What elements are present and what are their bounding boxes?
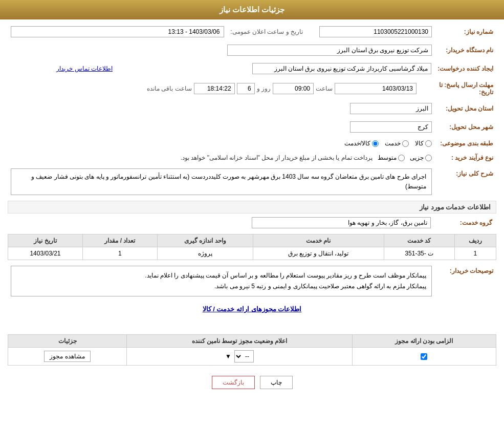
permit-status-cell: -- ▼ xyxy=(127,348,353,366)
requester-input[interactable] xyxy=(252,63,431,74)
print-button[interactable]: چاپ xyxy=(260,376,293,389)
col-unit: واحد اندازه گیری xyxy=(157,234,253,247)
back-button[interactable]: بازگشت xyxy=(212,376,255,389)
permit-col-required: الزامی بودن ارائه مجوز xyxy=(352,335,496,348)
category-kala[interactable]: کالا xyxy=(415,140,432,147)
cell-service-code: ت -35-351 xyxy=(384,247,454,260)
permit-col-details: جزئیات xyxy=(8,335,127,348)
cell-date: 1403/03/21 xyxy=(8,247,83,260)
permit-status-select[interactable]: -- xyxy=(234,350,254,362)
process-note: پرداخت تمام یا بخشی از مبلغ خریدار از مح… xyxy=(181,154,372,161)
need-number-input[interactable] xyxy=(319,26,432,37)
view-permit-button[interactable]: مشاهده مجوز xyxy=(44,351,90,362)
process-jozee[interactable]: جزیی xyxy=(410,154,432,161)
col-service-code: کد خدمت xyxy=(384,234,454,247)
table-row: 1 ت -35-351 تولید، انتقال و توزیع برق پر… xyxy=(8,247,496,260)
category-khedmat[interactable]: خدمت xyxy=(385,140,409,147)
time-label: ساعت xyxy=(316,85,333,92)
page-header: جزئیات اطلاعات نیاز xyxy=(0,0,504,19)
deadline-time-input[interactable] xyxy=(273,83,314,94)
col-row-num: ردیف xyxy=(454,234,496,247)
need-number-label: شماره نیاز: xyxy=(435,25,496,39)
deadline-days-input[interactable] xyxy=(237,83,255,94)
category-label: طبقه بندی موضوعی: xyxy=(435,138,496,148)
col-date: تاریخ نیاز xyxy=(8,234,83,247)
footer-buttons: چاپ بازگشت xyxy=(8,376,496,389)
city-label: شهر محل تحویل: xyxy=(435,120,496,134)
category-kala-khedmat[interactable]: کالا/خدمت xyxy=(344,140,379,147)
remaining-label: ساعت باقی مانده xyxy=(147,85,192,92)
process-motavasset[interactable]: متوسط xyxy=(378,154,405,161)
buyer-name-input[interactable] xyxy=(227,45,432,56)
announce-date-value: 1403/03/06 - 13:13 xyxy=(11,26,224,37)
col-service-name: نام خدمت xyxy=(253,234,384,247)
deadline-date-input[interactable] xyxy=(335,83,417,94)
province-label: استان محل تحویل: xyxy=(435,101,496,116)
buyer-notes-box: پیمانکار موظف است طرح و ریز مقادیر پیوست… xyxy=(11,266,432,296)
cell-service-name: تولید، انتقال و توزیع برق xyxy=(253,247,384,260)
cell-row-num: 1 xyxy=(454,247,496,260)
service-group-input[interactable] xyxy=(252,217,431,228)
need-description-box: اجرای طرح های تامین برق متعاضان گروه سه … xyxy=(11,168,432,195)
permit-required-cell xyxy=(352,348,496,366)
cell-unit: پروژه xyxy=(157,247,253,260)
requester-label: ایجاد کننده درخواست: xyxy=(434,61,496,76)
permit-required-checkbox[interactable] xyxy=(421,353,427,360)
deadline-label: مهلت ارسال پاسخ: تاتاریخ: xyxy=(420,80,496,97)
service-group-label: گروه خدمت: xyxy=(435,216,496,230)
deadline-time2-input[interactable] xyxy=(194,83,235,94)
city-input[interactable] xyxy=(350,121,432,133)
contact-link[interactable]: اطلاعات تماس خریدار xyxy=(56,65,113,72)
buyer-notes-label: توصیحات خریدار: xyxy=(435,264,496,298)
col-quantity: تعداد / مقدار xyxy=(82,234,157,247)
need-desc-label: شرح کلی نیاز: xyxy=(435,167,496,197)
cell-quantity: 1 xyxy=(82,247,157,260)
permit-col-status: اعلام وضعیت مجوز توسط نامین کننده xyxy=(127,335,353,348)
announce-date-label: تاریخ و ساعت اعلان عمومی: xyxy=(227,25,306,39)
services-table: ردیف کد خدمت نام خدمت واحد اندازه گیری ت… xyxy=(8,234,496,260)
process-type-label: نوع فرآیند خرید : xyxy=(435,153,496,163)
day-label: روز و xyxy=(257,85,271,92)
permit-details-cell: مشاهده مجوز xyxy=(8,348,127,366)
buyer-name-label: نام دستگاه خریدار: xyxy=(435,43,496,57)
permit-table: الزامی بودن ارائه مجوز اعلام وضعیت مجوز … xyxy=(8,334,496,366)
permit-row: -- ▼ مشاهده مجوز xyxy=(8,348,496,366)
service-info-title: اطلاعات خدمات مورد نیاز xyxy=(8,201,496,214)
permit-info-title[interactable]: اطلاعات مجوزهای ارائه خدمت / کالا xyxy=(8,302,496,316)
province-input[interactable] xyxy=(350,103,432,114)
page-title: جزئیات اطلاعات نیاز xyxy=(220,5,284,14)
